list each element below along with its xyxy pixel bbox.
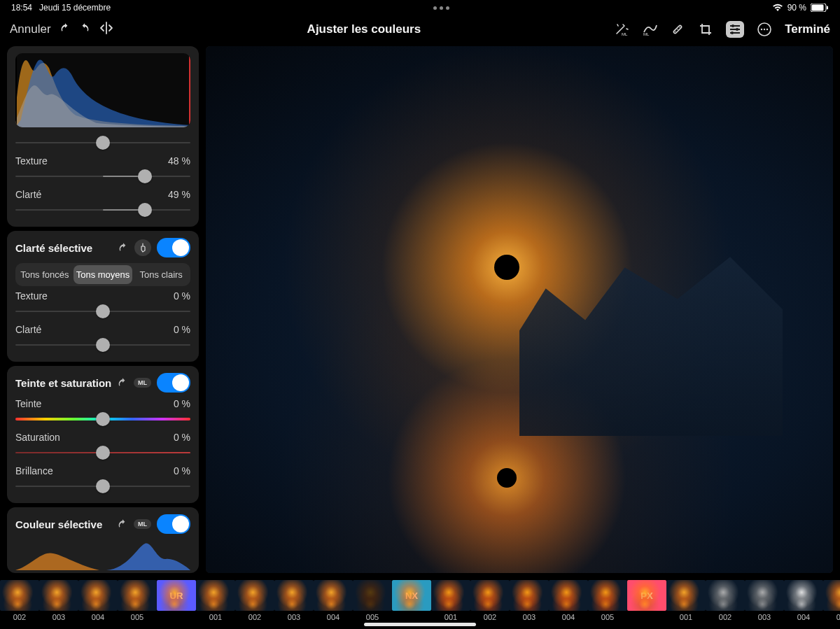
home-indicator[interactable] [364,623,476,626]
ellipsis-icon[interactable] [757,22,772,37]
texture-slider[interactable] [15,168,190,185]
vibrance-slider[interactable] [15,478,190,495]
svg-point-13 [761,29,762,30]
status-date: Jeudi 15 décembre [39,3,111,13]
clarity-label: Clarté [15,189,41,200]
preset-thumb[interactable]: 004 [314,580,353,621]
selective-clarity-touch-icon[interactable] [134,239,151,256]
preset-thumb[interactable]: 004 [784,580,823,621]
adjustments-icon[interactable] [726,21,744,38]
clarity-slider[interactable] [15,202,190,218]
redo-button[interactable] [79,22,90,36]
selective-color-title: Couleur sélective [15,518,102,530]
svg-point-7 [677,29,678,30]
selective-clarity-panel: Clarté sélective Tons foncés Tons moyens… [7,231,199,362]
sc-clarity-value: 0 % [174,324,190,335]
preset-thumb[interactable]: PX [627,580,666,613]
preset-thumb[interactable]: 005 [353,580,392,621]
adjustments-sidebar: Texture 48 % Clarté 49 % Clarté sélectiv… [0,43,203,576]
preset-thumb[interactable]: 001 [666,580,706,621]
hue-sat-toggle[interactable] [157,373,190,393]
status-time: 18:54 [11,3,32,13]
segment-mid[interactable]: Tons moyens [74,265,133,284]
svg-point-14 [764,29,765,30]
selective-color-toggle[interactable] [157,514,190,534]
vibrance-value: 0 % [174,465,190,476]
selective-clarity-toggle[interactable] [157,238,190,257]
tones-segment[interactable]: Tons foncés Tons moyens Tons clairs [15,263,190,286]
hue-sat-ml-badge[interactable]: ML [134,378,151,388]
selective-color-histo-cool [106,539,190,570]
curves-ml-icon[interactable]: ML [642,22,657,37]
svg-rect-17 [189,53,190,127]
svg-point-15 [766,29,768,30]
preset-thumb[interactable]: 003 [39,580,78,621]
hue-sat-title: Teinte et saturation [15,377,111,389]
saturation-label: Saturation [15,432,60,443]
status-battery-pct: 90 % [788,3,806,13]
preset-thumb[interactable]: 003 [510,580,549,621]
selective-color-ml-badge[interactable]: ML [134,519,151,529]
crop-icon[interactable] [698,22,713,37]
heal-icon[interactable] [670,22,685,37]
preset-thumb[interactable]: 001 [196,580,235,621]
svg-text:ML: ML [643,32,650,36]
selective-clarity-reset-icon[interactable] [118,242,129,253]
hue-sat-reset-icon[interactable] [117,377,128,388]
preset-thumb[interactable]: NX [392,580,431,613]
preset-thumb[interactable]: 003 [745,580,784,621]
preset-thumb[interactable]: 002 [706,580,745,621]
selective-color-panel: Couleur sélective ML [7,507,199,573]
sc-texture-label: Texture [15,290,48,302]
segment-dark[interactable]: Tons foncés [18,265,72,284]
undo-button[interactable] [59,22,71,36]
preset-thumb[interactable]: 005 [588,580,627,621]
magic-wand-ml-icon[interactable]: ML [614,22,629,37]
sc-clarity-label: Clarté [15,324,41,335]
battery-icon [811,3,829,12]
histogram[interactable] [15,53,190,127]
svg-rect-1 [812,5,824,11]
segment-light[interactable]: Tons clairs [134,265,188,284]
svg-text:ML: ML [622,32,628,36]
presets-strip[interactable]: 002003004005UR001002003004005NX001002003… [0,576,840,629]
preset-thumb[interactable]: UR [157,580,196,613]
cancel-button[interactable]: Annuler [10,22,51,36]
image-canvas[interactable] [206,46,833,573]
preset-thumb[interactable]: 004 [549,580,588,621]
svg-point-10 [736,28,738,31]
svg-point-6 [675,31,676,32]
preset-thumb[interactable]: 004 [78,580,118,621]
preset-thumb[interactable]: 003 [274,580,314,621]
basic-panel: Texture 48 % Clarté 49 % [7,46,199,227]
svg-point-8 [679,27,680,28]
selective-color-reset-icon[interactable] [117,518,128,530]
hue-value: 0 % [174,398,190,409]
hue-slider[interactable] [15,411,190,427]
preset-thumb[interactable]: 002 [235,580,274,621]
preset-thumb[interactable]: 002 [0,580,39,621]
sc-clarity-slider[interactable] [15,337,190,353]
hue-label: Teinte [15,398,41,409]
sc-texture-value: 0 % [174,290,190,302]
selective-clarity-title: Clarté sélective [15,242,92,254]
title-bar: Annuler Ajuster les couleurs ML ML Te [0,15,840,43]
preset-thumb[interactable]: 005 [823,580,840,621]
svg-point-11 [731,31,734,34]
texture-label: Texture [15,155,48,167]
hue-sat-panel: Teinte et saturation ML Teinte 0 % Satur… [7,366,199,503]
texture-value: 48 % [168,155,190,167]
svg-rect-2 [827,6,828,10]
multitask-indicator[interactable] [111,6,772,10]
edited-photo [206,46,833,573]
vibrance-label: Brillance [15,465,53,476]
saturation-slider[interactable] [15,444,190,461]
sc-texture-slider[interactable] [15,303,190,320]
compare-icon[interactable] [99,22,114,37]
preset-thumb[interactable]: 001 [431,580,470,621]
preset-thumb[interactable]: 005 [118,580,157,621]
done-button[interactable]: Terminé [785,22,830,36]
exposure-slider[interactable] [15,134,190,151]
preset-thumb[interactable]: 002 [470,580,510,621]
svg-rect-16 [15,53,17,127]
